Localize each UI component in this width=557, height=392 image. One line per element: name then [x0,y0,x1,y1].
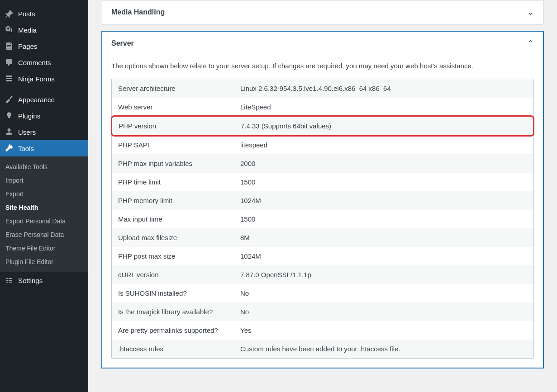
info-value: 2000 [240,160,527,167]
info-row: Web serverLiteSpeed [112,98,533,116]
menu-label: Settings [18,277,43,284]
menu-label: Posts [18,10,35,18]
menu-pages[interactable]: Pages [0,38,88,54]
info-row: PHP max input variables2000 [112,154,533,173]
info-label: Is SUHOSIN installed? [118,289,240,297]
info-row: .htaccess rulesCustom rules have been ad… [112,340,533,358]
info-value: 1024M [240,252,527,260]
panel-title: Server [111,39,134,47]
tools-submenu: Available Tools Import Export Site Healt… [0,156,88,272]
comment-icon [5,58,14,67]
server-description: The options shown below relate to your s… [111,55,534,79]
sub-erase-personal[interactable]: Erase Personal Data [0,228,88,241]
admin-sidebar: Posts Media Pages Comments Ninja Forms A… [0,0,88,392]
info-value: LiteSpeed [240,103,527,111]
info-value: Custom rules have been added to your .ht… [240,345,527,353]
info-row: Server architectureLinux 2.6.32-954.3.5.… [112,79,533,98]
info-value: 7.87.0 OpenSSL/1.1.1p [240,271,527,279]
info-row: Are pretty permalinks supported?Yes [112,321,533,340]
menu-plugins[interactable]: Plugins [0,108,88,124]
info-label: Is the Imagick library available? [118,308,240,316]
menu-posts[interactable]: Posts [0,5,88,22]
info-value: 7.4.33 (Supports 64bit values) [241,122,527,130]
panel-server: Server ⌃ The options shown below relate … [102,31,543,368]
sub-available-tools[interactable]: Available Tools [0,160,88,174]
info-value: Yes [240,326,527,334]
info-row: Is SUHOSIN installed?No [112,284,533,302]
panel-body-server: The options shown below relate to your s… [102,55,543,368]
menu-media[interactable]: Media [0,22,88,38]
sub-site-health[interactable]: Site Health [0,201,88,214]
sub-theme-editor[interactable]: Theme File Editor [0,241,88,255]
sub-export[interactable]: Export [0,187,88,201]
pin-icon [5,9,14,18]
menu-settings[interactable]: Settings [0,272,88,288]
info-label: PHP SAPI [118,141,240,149]
info-value: 1024M [240,197,527,204]
main-content: Media Handling ⌄ Server ⌃ The options sh… [88,0,557,392]
info-value: 1500 [240,178,527,186]
info-row: PHP post max size1024M [112,247,533,265]
menu-label: Ninja Forms [18,75,55,83]
forms-icon [5,74,14,83]
info-value: 1500 [240,215,527,223]
info-value: 8M [240,234,527,241]
plug-icon [5,111,14,120]
info-value: litespeed [240,141,527,149]
menu-label: Appearance [18,96,55,104]
info-label: Upload max filesize [118,234,240,241]
info-row: PHP version7.4.33 (Supports 64bit values… [111,115,534,137]
server-info-table: Server architectureLinux 2.6.32-954.3.5.… [111,79,534,359]
info-row: PHP memory limit1024M [112,191,533,210]
info-value: No [240,308,527,316]
info-label: cURL version [118,271,240,279]
chevron-down-icon: ⌄ [527,7,534,17]
menu-label: Pages [18,43,38,50]
menu-tools[interactable]: Tools [0,140,88,156]
info-label: Max input time [118,215,240,223]
panel-media-handling: Media Handling ⌄ [102,0,543,24]
chevron-up-icon: ⌃ [527,38,534,48]
panel-header-server[interactable]: Server ⌃ [102,32,543,55]
settings-icon [5,276,14,285]
info-row: Max input time1500 [112,210,533,228]
info-label: Web server [118,103,240,111]
info-label: PHP time limit [118,178,240,186]
info-row: Upload max filesize8M [112,228,533,247]
info-label: PHP post max size [118,252,240,260]
sub-export-personal[interactable]: Export Personal Data [0,214,88,228]
pages-icon [5,42,14,51]
menu-ninja-forms[interactable]: Ninja Forms [0,71,88,87]
brush-icon [5,95,14,104]
info-label: PHP memory limit [118,197,240,204]
info-value: Linux 2.6.32-954.3.5.lve1.4.90.el6.x86_6… [240,85,527,92]
info-row: PHP SAPIlitespeed [112,136,533,154]
info-row: PHP time limit1500 [112,173,533,191]
sub-import[interactable]: Import [0,174,88,187]
wrench-icon [5,144,14,153]
info-label: PHP max input variables [118,160,240,167]
info-row: cURL version7.87.0 OpenSSL/1.1.1p [112,265,533,284]
info-label: PHP version [119,122,241,130]
menu-separator [0,87,88,91]
info-label: .htaccess rules [118,345,240,353]
info-value: No [240,289,527,297]
menu-users[interactable]: Users [0,124,88,140]
info-label: Server architecture [118,85,240,92]
menu-comments[interactable]: Comments [0,54,88,71]
menu-label: Plugins [18,112,40,120]
media-icon [5,25,14,34]
info-label: Are pretty permalinks supported? [118,326,240,334]
user-icon [5,128,14,137]
menu-label: Media [18,26,37,34]
panel-header-media[interactable]: Media Handling ⌄ [102,0,543,24]
menu-label: Comments [18,59,51,66]
panel-title: Media Handling [111,8,165,16]
menu-label: Users [18,128,36,136]
sub-plugin-editor[interactable]: Plugin File Editor [0,255,88,269]
info-row: Is the Imagick library available?No [112,302,533,321]
menu-appearance[interactable]: Appearance [0,91,88,108]
menu-label: Tools [18,145,34,152]
